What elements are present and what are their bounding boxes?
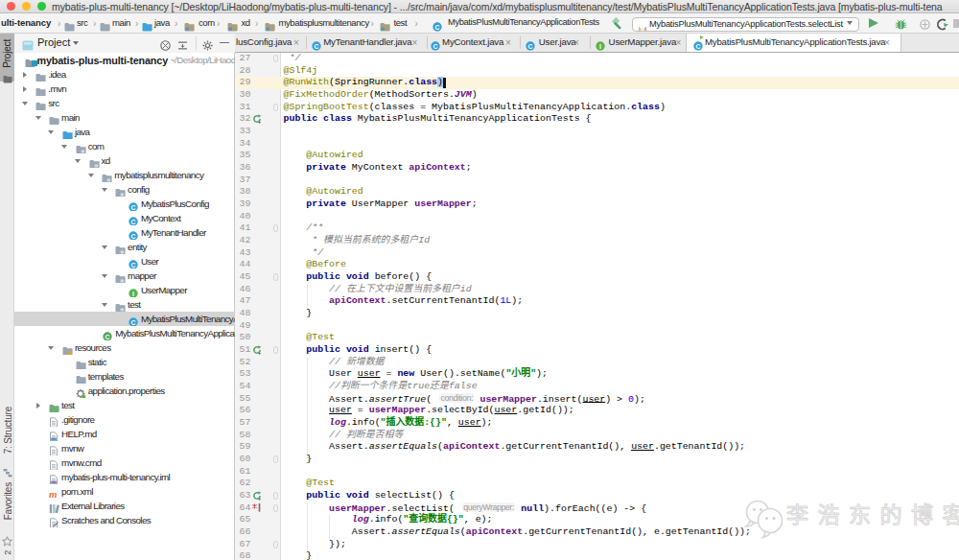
svg-text:C: C: [130, 261, 135, 268]
svg-text:C: C: [130, 318, 135, 325]
svg-text:C: C: [130, 203, 135, 210]
svg-text:C: C: [433, 42, 438, 49]
svg-text:C: C: [435, 23, 440, 30]
svg-text:I: I: [599, 42, 601, 49]
svg-text:C: C: [105, 333, 110, 339]
svg-text:I: I: [132, 290, 134, 296]
svg-text:C: C: [315, 42, 319, 49]
svg-text:C: C: [130, 218, 135, 224]
svg-text:李浩东的博客: 李浩东的博客: [786, 502, 959, 527]
svg-text:C: C: [528, 42, 533, 49]
svg-text:C: C: [695, 42, 700, 49]
svg-text:C: C: [130, 232, 135, 239]
